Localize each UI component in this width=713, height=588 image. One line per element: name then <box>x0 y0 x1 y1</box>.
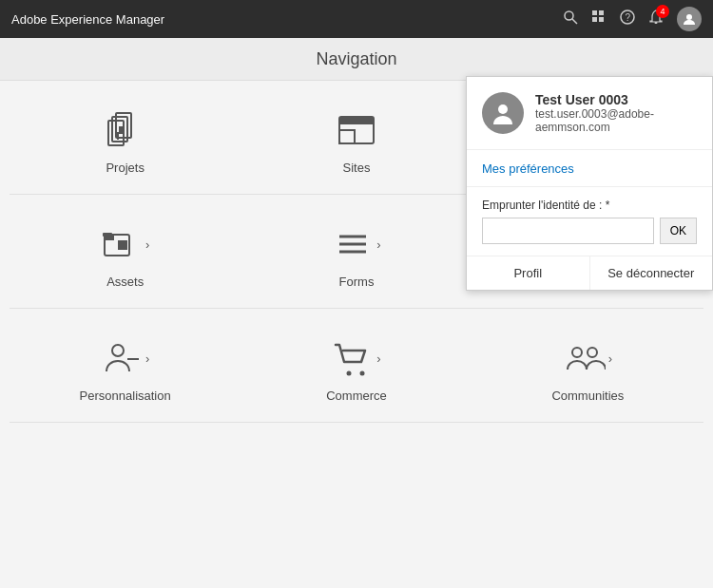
svg-point-40 <box>498 104 508 114</box>
svg-point-39 <box>588 348 597 357</box>
avatar[interactable] <box>677 7 702 31</box>
user-panel-actions: Profil Se déconnecter <box>467 256 712 290</box>
nav-item-commerce[interactable]: › Commerce <box>241 309 472 423</box>
user-info: Test User 0003 test.user.0003@adobe-aemm… <box>535 92 697 134</box>
communities-arrow: › <box>608 351 612 366</box>
svg-rect-15 <box>126 130 128 134</box>
preferences-link[interactable]: Mes préférences <box>482 161 574 176</box>
svg-rect-13 <box>119 126 125 134</box>
svg-point-38 <box>572 348 582 357</box>
svg-rect-4 <box>592 17 597 22</box>
svg-point-37 <box>360 371 365 376</box>
user-avatar-icon[interactable] <box>677 7 702 31</box>
svg-rect-8 <box>655 22 658 24</box>
svg-rect-18 <box>339 130 355 143</box>
nav-item-sites[interactable]: Sites <box>241 81 472 195</box>
svg-rect-17 <box>339 117 374 124</box>
user-avatar-large <box>482 92 524 134</box>
impersonate-label: Emprunter l'identité de : * <box>482 199 697 212</box>
help-icon[interactable]: ? <box>620 9 635 28</box>
search-icon[interactable] <box>563 9 578 28</box>
nav-item-communities[interactable]: › Communities <box>472 309 703 423</box>
personalisation-icon: › <box>101 337 149 379</box>
personalisation-arrow: › <box>145 351 149 366</box>
communities-icon: › <box>564 337 612 379</box>
svg-point-0 <box>565 11 573 20</box>
svg-rect-35 <box>127 358 139 360</box>
sites-icon <box>336 109 377 151</box>
app-title: Adobe Experience Manager <box>11 12 164 27</box>
svg-rect-3 <box>599 10 604 15</box>
commerce-icon: › <box>332 337 380 379</box>
nav-label-projets: Projets <box>106 161 144 175</box>
nav-item-forms[interactable]: › Forms <box>241 195 472 309</box>
projects-icon <box>105 109 146 151</box>
nav-header: Navigation <box>0 38 713 81</box>
nav-label-personalisation: Personnalisation <box>80 389 171 403</box>
svg-rect-14 <box>117 132 119 140</box>
impersonate-input[interactable] <box>482 218 654 244</box>
nav-label-commerce: Commerce <box>326 389 387 403</box>
page-container: Navigation Projets <box>0 38 713 588</box>
assets-icon: › <box>101 223 149 265</box>
impersonate-row: OK <box>482 218 697 244</box>
svg-point-9 <box>686 14 692 20</box>
topbar: Adobe Experience Manager ? 4 <box>0 0 713 38</box>
assets-arrow: › <box>145 237 149 252</box>
impersonate-section: Emprunter l'identité de : * OK <box>467 187 712 256</box>
user-prefs-section: Mes préférences <box>467 150 712 187</box>
user-name: Test User 0003 <box>535 92 697 107</box>
profile-button[interactable]: Profil <box>467 256 590 290</box>
svg-point-34 <box>112 345 124 356</box>
nav-item-projets[interactable]: Projets <box>10 81 241 195</box>
svg-line-1 <box>572 19 577 24</box>
svg-rect-25 <box>103 233 112 237</box>
user-email: test.user.0003@adobe-aemmson.com <box>535 107 697 134</box>
svg-point-36 <box>347 371 352 376</box>
notifications-icon[interactable]: 4 <box>648 9 664 28</box>
nav-label-sites: Sites <box>343 161 371 175</box>
svg-rect-26 <box>118 240 127 250</box>
nav-label-forms: Forms <box>339 275 375 289</box>
forms-arrow: › <box>376 237 380 252</box>
forms-icon: › <box>332 223 380 265</box>
nav-title: Navigation <box>316 49 396 69</box>
user-panel: Test User 0003 test.user.0003@adobe-aemm… <box>466 76 713 291</box>
nav-label-assets: Assets <box>106 275 144 289</box>
grid-icon[interactable] <box>591 9 607 28</box>
logout-button[interactable]: Se déconnecter <box>590 256 713 290</box>
topbar-icons: ? 4 <box>563 7 702 31</box>
commerce-arrow: › <box>376 351 380 366</box>
nav-item-assets[interactable]: › Assets <box>10 195 241 309</box>
svg-text:?: ? <box>626 12 631 23</box>
impersonate-ok-button[interactable]: OK <box>660 218 697 244</box>
nav-label-communities: Communities <box>551 389 624 403</box>
notification-badge: 4 <box>656 5 669 18</box>
nav-item-personalisation[interactable]: › Personnalisation <box>10 309 241 423</box>
user-panel-header: Test User 0003 test.user.0003@adobe-aemm… <box>467 77 712 150</box>
svg-rect-5 <box>599 17 604 22</box>
svg-rect-2 <box>592 10 597 15</box>
